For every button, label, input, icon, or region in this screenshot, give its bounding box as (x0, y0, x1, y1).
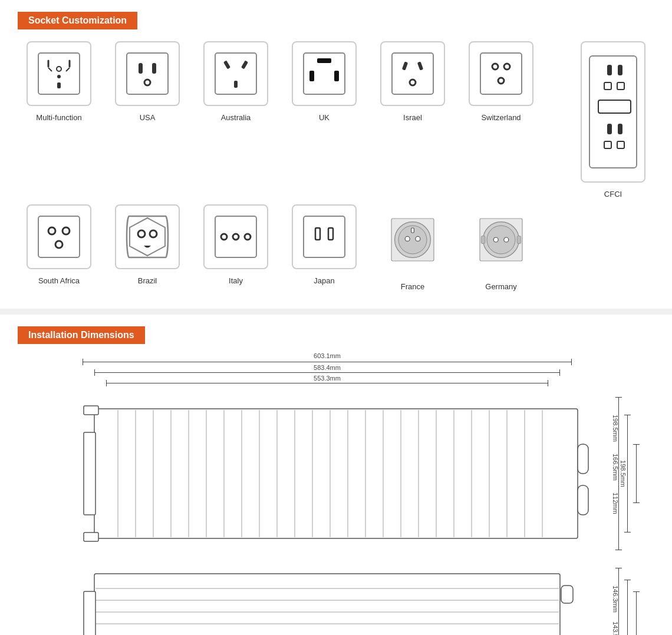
install-section: Installation Dimensions 603.1mm 583.4mm (0, 315, 672, 635)
usa-label: USA (140, 113, 156, 122)
svg-rect-106 (561, 586, 573, 603)
socket-item-southafrica: South Africa (18, 204, 100, 285)
socket-item-australia: Australia (195, 41, 277, 122)
svg-rect-17 (317, 58, 331, 63)
socket-item-uk: UK (283, 41, 365, 122)
svg-rect-20 (392, 53, 433, 94)
israel-icon (380, 41, 445, 106)
dim-603: 603.1mm (314, 352, 341, 359)
svg-rect-96 (84, 533, 98, 541)
svg-rect-24 (480, 53, 522, 94)
svg-rect-28 (589, 56, 637, 168)
japan-icon (292, 204, 357, 269)
germany-icon (466, 204, 536, 275)
australia-icon (203, 41, 268, 106)
svg-point-62 (493, 237, 498, 242)
svg-rect-66 (94, 409, 578, 538)
dim-146-label: 146.3mm (612, 586, 619, 613)
southafrica-label: South Africa (38, 276, 80, 285)
top-view-drawing: 603.1mm 583.4mm 553.3mm (53, 362, 619, 550)
australia-label: Australia (221, 113, 251, 122)
svg-rect-18 (309, 71, 314, 81)
japan-label: Japan (314, 276, 334, 285)
svg-rect-92 (84, 432, 95, 515)
side-body-svg (83, 568, 589, 635)
switzerland-label: Switzerland (481, 113, 521, 122)
france-icon (377, 204, 448, 275)
socket-item-japan: Japan (283, 204, 365, 285)
socket-header: Socket Customization (18, 12, 654, 29)
socket-item-cfci: CFCI (572, 41, 654, 199)
svg-rect-65 (517, 236, 521, 244)
southafrica-icon (27, 204, 91, 269)
usa-icon (115, 41, 180, 106)
socket-item-switzerland: Switzerland (460, 41, 542, 122)
svg-rect-6 (57, 82, 61, 88)
switzerland-icon (469, 41, 533, 106)
multifunction-label: Multi-function (36, 113, 81, 122)
svg-rect-9 (139, 63, 143, 74)
dim-198-label: 198.5mm (612, 415, 619, 442)
svg-rect-30 (618, 65, 622, 75)
svg-point-5 (57, 75, 61, 78)
germany-label: Germany (485, 282, 516, 291)
socket-item-france: France (371, 204, 454, 291)
dim-143-label: 143.5mm (612, 621, 619, 635)
socket-item-israel: Israel (371, 41, 454, 122)
socket-item-multifunction: Multi-function (18, 41, 100, 122)
italy-label: Italy (229, 276, 243, 285)
socket-item-italy: Italy (195, 204, 277, 285)
svg-point-61 (487, 226, 515, 254)
multifunction-icon (27, 41, 91, 106)
dim-553: 553.3mm (314, 375, 341, 382)
svg-rect-64 (481, 236, 485, 244)
socket-title: Socket Customization (18, 12, 137, 29)
socket-grid: Multi-function USA (18, 41, 654, 291)
socket-item-usa: USA (106, 41, 189, 122)
svg-rect-97 (94, 574, 560, 635)
socket-item-germany: Germany (460, 204, 542, 291)
svg-rect-12 (215, 53, 256, 94)
dim-583: 583.4mm (314, 364, 341, 371)
page: { "socket_section": { "title": "Socket C… (0, 0, 672, 635)
svg-point-57 (416, 236, 420, 241)
italy-icon (203, 204, 268, 269)
svg-rect-34 (607, 124, 612, 134)
svg-rect-35 (618, 124, 622, 134)
install-title: Installation Dimensions (18, 326, 145, 344)
dim-198: 198.5mm (620, 460, 627, 487)
svg-point-56 (405, 236, 410, 241)
uk-icon (292, 41, 357, 106)
svg-rect-50 (304, 216, 345, 257)
svg-rect-95 (84, 406, 98, 415)
svg-rect-10 (152, 63, 156, 74)
cfci-icon (581, 41, 645, 183)
svg-rect-19 (334, 71, 339, 81)
brazil-label: Brazil (138, 276, 157, 285)
svg-rect-93 (578, 444, 588, 474)
main-body-svg (83, 397, 589, 550)
svg-rect-94 (578, 485, 588, 515)
svg-rect-15 (234, 81, 238, 88)
side-view-drawing: 146.3mm 143.5mm 157mm (53, 568, 619, 635)
israel-label: Israel (403, 113, 422, 122)
dim-166-label: 166.5mm (612, 454, 619, 481)
uk-label: UK (319, 113, 330, 122)
svg-rect-29 (607, 65, 612, 75)
svg-rect-42 (127, 216, 168, 257)
brazil-icon (115, 204, 180, 269)
socket-item-brazil: Brazil (106, 204, 189, 285)
cfci-label: CFCI (604, 190, 622, 199)
dim-112-label: 112mm (612, 492, 619, 514)
install-header: Installation Dimensions (18, 326, 654, 344)
svg-rect-58 (411, 228, 414, 233)
svg-rect-8 (127, 53, 168, 94)
socket-section: Socket Customization (0, 0, 672, 309)
svg-point-63 (504, 237, 509, 242)
france-label: France (401, 282, 424, 291)
svg-rect-105 (84, 591, 95, 635)
svg-rect-38 (38, 216, 80, 257)
